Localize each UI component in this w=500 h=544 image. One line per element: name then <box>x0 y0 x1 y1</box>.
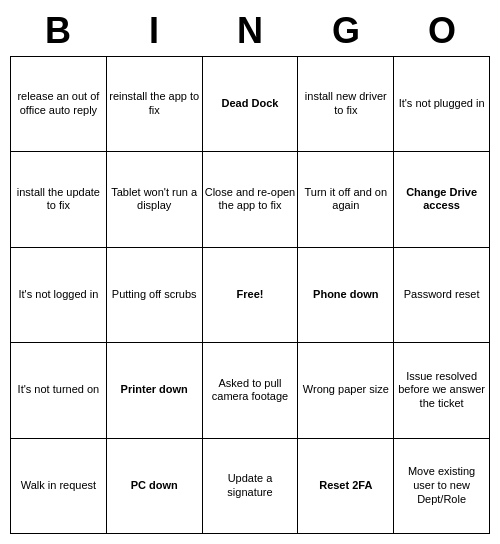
bingo-cell: Walk in request <box>11 438 107 534</box>
bingo-cell: Phone down <box>298 247 394 343</box>
bingo-cell: Dead Dock <box>202 56 298 152</box>
bingo-cell: release an out of office auto reply <box>11 56 107 152</box>
bingo-cell: install new driver to fix <box>298 56 394 152</box>
title-letter: I <box>106 10 202 52</box>
bingo-cell: Turn it off and on again <box>298 152 394 248</box>
title-letter: G <box>298 10 394 52</box>
bingo-cell: Free! <box>202 247 298 343</box>
bingo-cell: PC down <box>106 438 202 534</box>
bingo-cell: It's not turned on <box>11 343 107 439</box>
bingo-row: It's not logged inPutting off scrubsFree… <box>11 247 490 343</box>
bingo-cell: Reset 2FA <box>298 438 394 534</box>
bingo-cell: Tablet won't run a display <box>106 152 202 248</box>
bingo-cell: Wrong paper size <box>298 343 394 439</box>
bingo-cell: Putting off scrubs <box>106 247 202 343</box>
bingo-cell: Issue resolved before we answer the tick… <box>394 343 490 439</box>
bingo-grid: release an out of office auto replyreins… <box>10 56 490 534</box>
bingo-cell: Password reset <box>394 247 490 343</box>
bingo-row: release an out of office auto replyreins… <box>11 56 490 152</box>
bingo-cell: Close and re-open the app to fix <box>202 152 298 248</box>
bingo-cell: Move existing user to new Dept/Role <box>394 438 490 534</box>
bingo-row: It's not turned onPrinter downAsked to p… <box>11 343 490 439</box>
bingo-cell: Change Drive access <box>394 152 490 248</box>
bingo-cell: Printer down <box>106 343 202 439</box>
title-letter: B <box>10 10 106 52</box>
bingo-cell: reinstall the app to fix <box>106 56 202 152</box>
bingo-row: Walk in requestPC downUpdate a signature… <box>11 438 490 534</box>
bingo-cell: Update a signature <box>202 438 298 534</box>
bingo-row: install the update to fixTablet won't ru… <box>11 152 490 248</box>
bingo-cell: It's not plugged in <box>394 56 490 152</box>
bingo-cell: It's not logged in <box>11 247 107 343</box>
bingo-cell: Asked to pull camera footage <box>202 343 298 439</box>
bingo-title: BINGO <box>10 10 490 52</box>
title-letter: N <box>202 10 298 52</box>
title-letter: O <box>394 10 490 52</box>
bingo-cell: install the update to fix <box>11 152 107 248</box>
